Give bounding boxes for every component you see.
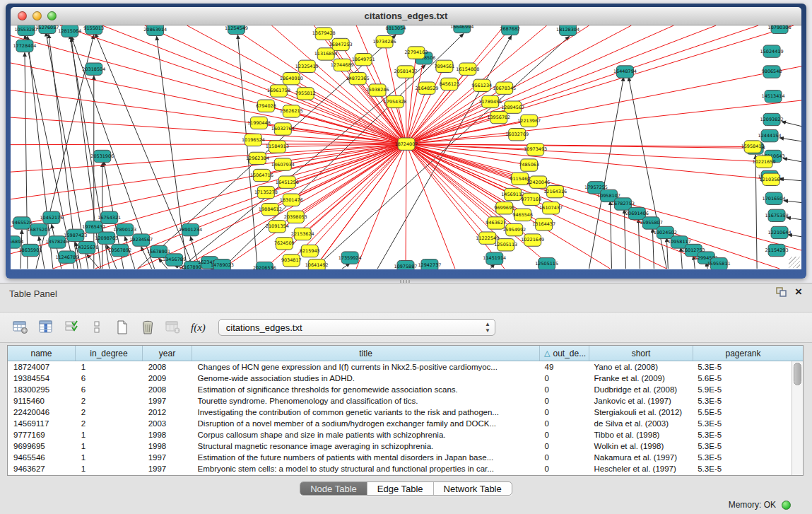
graph-node[interactable]: 7894561 [434, 60, 454, 72]
graph-node[interactable]: 10553287 [14, 25, 37, 35]
graph-node[interactable]: 15954992 [502, 223, 526, 235]
graph-node[interactable]: 16646994 [450, 25, 473, 33]
column-header-pagerank[interactable]: pagerank [693, 346, 793, 361]
graph-node[interactable]: 12444154 [758, 129, 782, 141]
graph-node[interactable]: 7485063 [519, 159, 539, 171]
graph-node[interactable]: 12325419 [295, 60, 319, 72]
graph-node[interactable]: 11246789 [55, 251, 78, 263]
function-builder-icon[interactable]: f(x) [191, 322, 206, 334]
graph-node[interactable]: 12213967 [517, 115, 541, 127]
graph-node[interactable]: 13626215 [280, 105, 303, 117]
table-vertical-scrollbar[interactable] [792, 361, 803, 475]
graph-node[interactable]: 15064716 [250, 169, 273, 181]
scrollbar-thumb[interactable] [794, 363, 801, 385]
graph-node[interactable]: 13679428 [312, 28, 336, 40]
graph-node[interactable]: 20581437 [394, 66, 418, 78]
graph-node[interactable]: 10790306 [768, 25, 792, 34]
new-document-icon[interactable] [112, 317, 133, 337]
table-row[interactable]: 946554611997Estimation of the future num… [8, 452, 792, 463]
float-panel-icon[interactable] [776, 287, 787, 297]
graph-node[interactable]: 15958413 [741, 141, 765, 153]
graph-node[interactable]: 8456123 [439, 78, 459, 90]
graph-node[interactable]: 10452176 [40, 211, 63, 223]
column-header-short[interactable]: short [589, 346, 693, 361]
graph-node[interactable]: 20531906 [90, 150, 114, 162]
resize-grip[interactable] [789, 257, 800, 268]
delete-rows-trash-icon[interactable] [137, 317, 158, 337]
graph-node[interactable]: 8813054 [386, 25, 406, 35]
graph-node[interactable]: 22420046 [526, 176, 550, 188]
graph-node[interactable]: 9155013 [83, 25, 104, 35]
graph-node[interactable]: 12093822 [760, 113, 784, 125]
graph-node[interactable]: 12103564 [760, 173, 783, 185]
graph-node[interactable]: 11254549 [225, 25, 248, 35]
graph-node[interactable]: 10567892 [108, 244, 131, 256]
graph-node[interactable]: 20398053 [284, 211, 307, 223]
graph-node[interactable]: 15938246 [366, 84, 389, 96]
graph-node[interactable]: 13164437 [532, 218, 555, 230]
graph-node[interactable]: 13956782 [487, 111, 510, 123]
graph-node[interactable]: 18635901 [18, 244, 42, 256]
graph-node[interactable]: 12210644 [768, 226, 792, 238]
graph-node[interactable]: 17728404 [13, 40, 36, 52]
network-canvas[interactable]: 1055328715276057128150649155013208639141… [11, 25, 801, 269]
column-chooser-icon[interactable] [35, 317, 57, 337]
graph-node[interactable]: 16451256 [276, 176, 299, 188]
network-table-selector[interactable]: citations_edges.txt ▲▼ [218, 319, 495, 336]
table-row[interactable]: 1830029562008Estimation of significance … [8, 384, 792, 395]
graph-node[interactable]: 10975887 [394, 260, 418, 269]
table-row[interactable]: 1456911722003Disruption of a novel membe… [8, 418, 792, 429]
graph-node[interactable]: 12505115 [535, 258, 558, 269]
graph-node[interactable]: 19884612 [259, 204, 282, 216]
tab-edge-table[interactable]: Edge Table [367, 482, 434, 495]
table-row[interactable]: 2242004622012Investigating the contribut… [8, 407, 792, 418]
graph-node[interactable]: 11675358 [765, 209, 789, 221]
column-header-in-degree[interactable]: in_degree [76, 346, 143, 361]
graph-node[interactable]: 22794163 [405, 47, 428, 59]
graph-node[interactable]: 10678345 [493, 82, 516, 94]
close-panel-icon[interactable]: × [795, 286, 802, 298]
graph-node[interactable]: 12505113 [494, 239, 517, 251]
graph-node[interactable]: 16875203 [27, 223, 50, 235]
graph-node[interactable]: 16154808 [456, 63, 479, 75]
graph-node[interactable]: 17135278 [254, 186, 278, 198]
graph-node[interactable]: 10196524 [242, 134, 265, 146]
graph-node[interactable]: 14789023 [211, 259, 234, 269]
graph-node[interactable]: 12098765 [95, 232, 118, 244]
graph-node[interactable]: 20206536 [253, 262, 276, 269]
graph-node[interactable]: 12815064 [58, 25, 81, 37]
graph-node[interactable]: 21648529 [415, 82, 438, 94]
select-all-rows-icon[interactable] [61, 317, 82, 337]
graph-node[interactable]: 9034817 [281, 255, 302, 267]
graph-node[interactable]: 18301476 [280, 194, 303, 206]
graph-node[interactable]: 15955811 [707, 258, 731, 269]
graph-node[interactable]: 17954328 [384, 95, 407, 107]
graph-node[interactable]: 21154293 [765, 244, 789, 256]
graph-node[interactable]: 10641492 [305, 259, 329, 269]
graph-node[interactable]: 14872365 [346, 72, 370, 84]
graph-node[interactable]: 21091354 [266, 221, 289, 233]
graph-node[interactable]: 10221659 [753, 156, 776, 168]
graph-node[interactable]: 19234567 [129, 234, 153, 246]
graph-node[interactable]: 11990448 [247, 117, 271, 129]
tab-node-table[interactable]: Node Table [300, 482, 367, 495]
zoom-window-button[interactable] [47, 11, 57, 21]
graph-node[interactable]: 20318504 [82, 63, 105, 75]
graph-node[interactable]: 17890123 [113, 223, 136, 235]
table-settings-icon[interactable] [10, 317, 31, 337]
graph-node[interactable]: 12744689 [331, 59, 354, 71]
graph-node[interactable]: 16107437 [539, 202, 563, 214]
graph-node[interactable]: 16847253 [329, 38, 353, 50]
graph-node[interactable]: 10973493 [524, 144, 547, 156]
graph-node[interactable]: 8215943 [300, 245, 320, 257]
graph-node[interactable]: 18724007 [395, 138, 418, 150]
graph-node[interactable]: 16448794 [613, 66, 637, 78]
graph-node[interactable]: 14325678 [75, 241, 98, 253]
citation-network-graph[interactable]: 1055328715276057128150649155013208639141… [11, 25, 801, 269]
graph-node[interactable]: 9806548 [762, 66, 782, 78]
graph-node[interactable]: 10221649 [521, 234, 544, 246]
table-row[interactable]: 977716911998Corpus callosum shape and si… [8, 429, 792, 440]
graph-node[interactable]: 9561234 [471, 79, 492, 91]
graph-node[interactable]: 20863914 [143, 25, 167, 35]
graph-node[interactable]: 7624509 [274, 238, 295, 250]
